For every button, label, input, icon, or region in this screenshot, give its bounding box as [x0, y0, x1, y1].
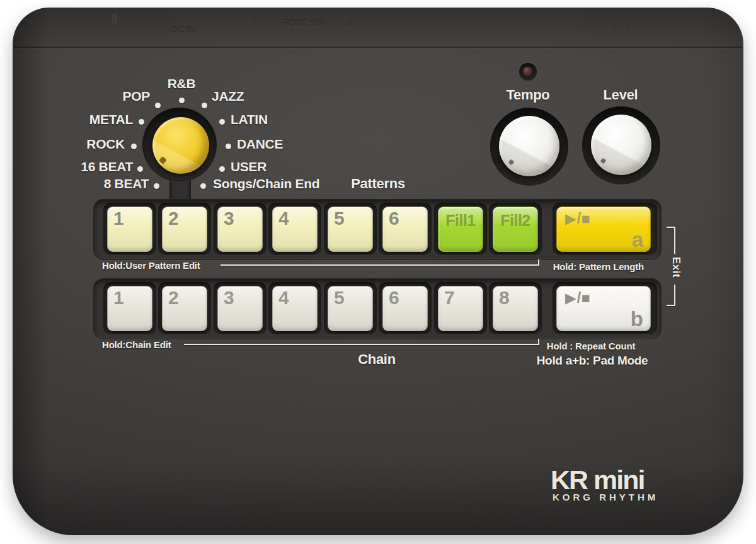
chain-section-label: Chain: [358, 351, 396, 368]
chain-pad-4[interactable]: 4: [272, 286, 318, 331]
genre-label-latin: LATIN: [231, 112, 268, 127]
pad-socket: Fill2: [489, 203, 542, 256]
underline: [184, 344, 539, 345]
pad-number: 2: [168, 287, 179, 309]
play-stop-a-button[interactable]: ▶/■ a: [556, 207, 651, 252]
exit-label: Exit: [670, 257, 682, 278]
fill-label: Fill2: [493, 212, 537, 230]
pattern-pad-2[interactable]: 2: [162, 207, 207, 252]
pad-number: 5: [334, 287, 345, 309]
pad-socket: 6: [379, 282, 432, 335]
genre-label-rnb: R&B: [168, 76, 196, 91]
pad-number: 6: [389, 208, 399, 229]
hold-ab-pad-mode-label: Hold a+b: Pad Mode: [537, 354, 648, 368]
genre-label-rock: ROCK: [86, 137, 125, 152]
play-stop-icon: ▶/■: [565, 290, 591, 307]
footsw-label: FOOT SW: [282, 18, 326, 28]
exit-bracket-bottom: [667, 305, 675, 306]
selector-dot: [155, 103, 161, 108]
footsw-2-label: 2: [348, 18, 353, 28]
genre-label-metal: METAL: [89, 112, 133, 127]
line-tick: [538, 259, 539, 266]
chain-pad-6[interactable]: 6: [382, 286, 428, 331]
pad-number: 3: [224, 208, 234, 229]
chain-pad-1[interactable]: 1: [107, 286, 152, 331]
genre-label-16beat: 16 BEAT: [81, 159, 133, 174]
pad-socket: 4: [268, 203, 321, 256]
row-b-letter: b: [631, 307, 643, 331]
play-stop-b-button[interactable]: ▶/■ b: [556, 286, 651, 331]
chain-pad-3[interactable]: 3: [217, 286, 263, 331]
pattern-pad-6[interactable]: 6: [382, 207, 428, 252]
chain-pad-8[interactable]: 8: [493, 286, 538, 331]
fill2-pad[interactable]: Fill2: [493, 207, 538, 252]
selector-dot: [131, 144, 137, 149]
hold-repeat-count-label: Hold : Repeat Count: [547, 341, 635, 351]
play-stop-icon: ▶/■: [565, 210, 591, 227]
hold-user-pattern-edit-label: Hold:User Pattern Edit: [102, 260, 200, 271]
hold-pattern-length-label: Hold: Pattern Length: [553, 261, 644, 272]
exit-bracket: [674, 285, 675, 306]
pad-number: 4: [278, 287, 289, 309]
genre-label-user: USER: [231, 159, 266, 174]
footsw-1-label: 1: [253, 18, 258, 28]
fill1-pad[interactable]: Fill1: [438, 207, 483, 252]
pad-number: 2: [168, 208, 179, 229]
tempo-led: [523, 67, 532, 76]
pad-number: 1: [113, 287, 124, 309]
selector-dot: [200, 183, 206, 189]
kr-mini-device: ◇◆ DC 9V 1 FOOT SW 2 R&B P: [13, 8, 743, 535]
hold-chain-edit-label: Hold:Chain Edit: [102, 339, 171, 350]
pad-socket: ▶/■ a: [553, 203, 657, 256]
selector-dot: [139, 119, 144, 125]
fill-label: Fill1: [438, 212, 483, 230]
korg-rhythm-logo: KORG RHYTHM: [553, 492, 658, 502]
pad-socket: 2: [158, 282, 211, 335]
patterns-strip: 1 2 3 4: [93, 199, 662, 260]
pad-number: 4: [278, 208, 289, 229]
genre-label-songs-chain-end: Songs/Chain End: [213, 176, 319, 191]
selector-dot: [154, 183, 159, 189]
chain-pad-7[interactable]: 7: [438, 286, 483, 331]
pad-socket: 2: [158, 203, 211, 256]
pattern-pad-4[interactable]: 4: [272, 207, 318, 252]
line-tick: [538, 339, 539, 345]
selector-dot: [202, 103, 207, 108]
level-label: Level: [604, 87, 638, 103]
row-a-letter: a: [632, 228, 643, 252]
chain-strip: 1 2 3 4: [93, 278, 662, 339]
genre-label-dance: DANCE: [237, 137, 283, 152]
pad-number: 3: [224, 287, 234, 309]
pad-number: 8: [499, 287, 510, 309]
level-knob[interactable]: [591, 115, 651, 175]
genre-label-jazz: JAZZ: [212, 89, 244, 104]
pad-number: 7: [444, 287, 455, 309]
pad-socket: 3: [214, 282, 266, 335]
pad-socket: 1: [103, 203, 156, 256]
underline: [220, 264, 539, 266]
chain-pad-2[interactable]: 2: [162, 286, 207, 331]
pattern-pad-3[interactable]: 3: [217, 207, 263, 252]
power-icon: [107, 15, 122, 30]
pattern-pad-5[interactable]: 5: [328, 207, 373, 252]
pad-socket: 5: [324, 282, 377, 335]
pattern-pad-1[interactable]: 1: [107, 207, 152, 252]
tempo-knob[interactable]: [499, 116, 559, 176]
pad-socket: 8: [489, 282, 542, 335]
rear-panel-edge: [14, 8, 742, 48]
selector-dot: [219, 119, 225, 125]
dc-9v-label: DC 9V: [172, 25, 196, 35]
tempo-led-well: [519, 63, 537, 81]
genre-selector-knob[interactable]: [152, 117, 209, 174]
genre-label-pop: POP: [123, 89, 150, 104]
kr-mini-logo: KR mini: [551, 465, 644, 496]
headphone-icon: [614, 18, 630, 31]
pad-socket: 5: [324, 203, 377, 256]
level-knob-well: [582, 106, 660, 184]
tempo-knob-well: [490, 108, 568, 186]
pad-socket: 4: [268, 282, 321, 335]
pad-socket: 7: [434, 282, 487, 335]
pad-socket: Fill1: [434, 203, 487, 256]
selector-dot: [137, 166, 143, 172]
chain-pad-5[interactable]: 5: [328, 286, 373, 331]
